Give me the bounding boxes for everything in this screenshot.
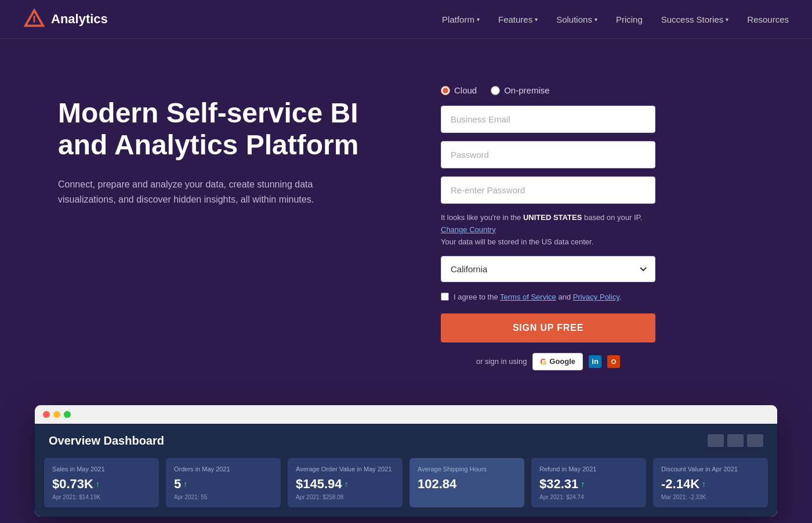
chevron-down-icon: ▾ — [726, 16, 728, 23]
change-country-link[interactable]: Change Country — [441, 225, 496, 234]
metric-card: Average Order Value in May 2021$145.94↑A… — [288, 458, 403, 507]
metric-card: Refund in May 2021$32.31↑Apr 2021: $24.7… — [531, 458, 646, 507]
metric-card: Average Shipping Hours102.84 — [409, 458, 524, 507]
browser-bar — [35, 405, 777, 424]
terms-text: I agree to the Terms of Service and Priv… — [454, 291, 621, 303]
metrics-row: Sales in May 2021$0.73K↑Apr 2021: $14.19… — [41, 458, 771, 517]
social-signin: or sign in using G Google in O — [441, 353, 655, 370]
logo-text: Analytics — [51, 12, 108, 27]
dashboard-preview: Overview Dashboard Sales in May 2021$0.7… — [35, 405, 777, 517]
privacy-policy-link[interactable]: Privacy Policy — [573, 293, 619, 301]
minimize-dot — [53, 411, 60, 418]
nav-platform[interactable]: Platform ▾ — [442, 15, 480, 24]
dashboard-icon-3 — [747, 434, 763, 447]
dashboard-icon-2 — [727, 434, 744, 447]
onpremise-option[interactable]: On-premise — [491, 85, 549, 95]
metric-label: Orders in May 2021 — [174, 465, 273, 473]
deployment-radio-group: Cloud On-premise — [441, 85, 655, 95]
cloud-radio[interactable] — [441, 86, 450, 95]
terms-row: I agree to the Terms of Service and Priv… — [441, 291, 655, 303]
ip-notice: It looks like you're in the UNITED STATE… — [441, 212, 655, 248]
metric-card: Discount Value in Apr 2021-2.14K↑Mar 202… — [653, 458, 768, 507]
fullscreen-dot — [64, 411, 71, 418]
metric-label: Sales in May 2021 — [52, 465, 151, 473]
dashboard-header: Overview Dashboard — [35, 424, 777, 458]
chevron-down-icon: ▾ — [594, 16, 597, 23]
nav-resources[interactable]: Resources — [747, 15, 789, 24]
nav-features[interactable]: Features ▾ — [498, 15, 538, 24]
dashboard-icon-1 — [708, 434, 724, 447]
chevron-down-icon: ▾ — [535, 16, 538, 23]
main-content: Modern Self-service BI and Analytics Pla… — [0, 39, 812, 394]
hero-section: Modern Self-service BI and Analytics Pla… — [58, 85, 406, 207]
trend-up-icon: ↑ — [581, 479, 585, 489]
trend-up-icon: ↑ — [345, 479, 349, 489]
metric-value: $145.94↑ — [296, 477, 394, 492]
google-icon: G — [540, 357, 546, 366]
navbar: Analytics Platform ▾ Features ▾ Solution… — [0, 0, 812, 39]
state-select[interactable]: AlabamaAlaskaArizonaArkansasCaliforniaCo… — [441, 256, 655, 282]
logo-icon — [23, 8, 45, 30]
reenter-password-field[interactable] — [441, 176, 655, 204]
nav-success-stories[interactable]: Success Stories ▾ — [661, 15, 729, 24]
close-dot — [43, 411, 50, 418]
dashboard-icons — [708, 434, 763, 447]
metric-value: 5↑ — [174, 477, 273, 492]
hero-title: Modern Self-service BI and Analytics Pla… — [58, 97, 406, 161]
logo[interactable]: Analytics — [23, 8, 108, 30]
metric-label: Average Shipping Hours — [418, 465, 516, 473]
metric-sub: Apr 2021: 55 — [174, 494, 273, 500]
dashboard-title: Overview Dashboard — [49, 434, 164, 448]
metric-value: -2.14K↑ — [661, 477, 760, 492]
metric-sub: Apr 2021: $258.08 — [296, 494, 394, 500]
nav-links: Platform ▾ Features ▾ Solutions ▾ Pricin… — [442, 15, 789, 24]
dashboard-inner: Overview Dashboard Sales in May 2021$0.7… — [35, 424, 777, 517]
metric-value: $32.31↑ — [539, 477, 638, 492]
email-field[interactable] — [441, 106, 655, 133]
metric-card: Orders in May 20215↑Apr 2021: 55 — [166, 458, 281, 507]
metric-sub: Apr 2021: $24.74 — [539, 494, 638, 500]
trend-up-icon: ↑ — [183, 479, 187, 489]
trend-up-icon: ↑ — [702, 479, 706, 489]
chevron-down-icon: ▾ — [477, 16, 480, 23]
trend-up-icon: ↑ — [96, 479, 100, 489]
hero-subtitle: Connect, prepare and analyze your data, … — [58, 177, 360, 207]
password-field[interactable] — [441, 141, 655, 168]
nav-solutions[interactable]: Solutions ▾ — [556, 15, 597, 24]
metric-label: Average Order Value in May 2021 — [296, 465, 394, 473]
metric-sub: Apr 2021: $14.19K — [52, 494, 151, 500]
google-signin-button[interactable]: G Google — [532, 353, 583, 370]
metric-label: Discount Value in Apr 2021 — [661, 465, 760, 473]
onpremise-radio[interactable] — [491, 86, 500, 95]
metrics-wrap: Sales in May 2021$0.73K↑Apr 2021: $14.19… — [35, 458, 777, 517]
metric-label: Refund in May 2021 — [539, 465, 638, 473]
linkedin-icon[interactable]: in — [589, 355, 601, 368]
signup-button[interactable]: SIGN UP FREE — [441, 313, 655, 342]
metric-value: 102.84 — [418, 477, 516, 492]
terms-checkbox[interactable] — [441, 293, 449, 301]
office-icon[interactable]: O — [607, 355, 620, 368]
metric-card: Sales in May 2021$0.73K↑Apr 2021: $14.19… — [44, 458, 159, 507]
signup-card: Cloud On-premise It looks like you're in… — [441, 85, 655, 370]
cloud-option[interactable]: Cloud — [441, 85, 477, 95]
metric-value: $0.73K↑ — [52, 477, 151, 492]
metric-sub: Mar 2021: -2.33K — [661, 494, 760, 500]
nav-pricing[interactable]: Pricing — [616, 15, 643, 24]
terms-of-service-link[interactable]: Terms of Service — [500, 293, 556, 301]
